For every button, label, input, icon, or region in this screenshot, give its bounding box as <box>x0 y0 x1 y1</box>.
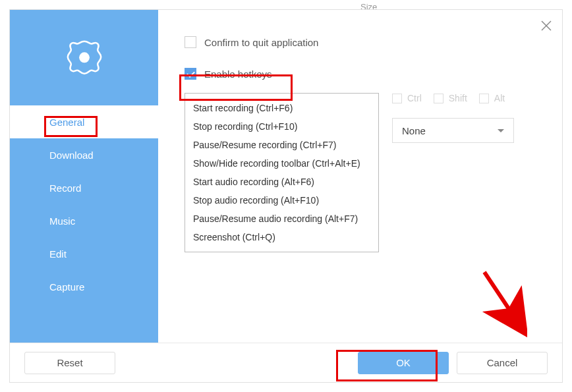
hotkey-item[interactable]: Start audio recording (Alt+F6) <box>185 173 378 191</box>
ctrl-checkbox[interactable] <box>392 94 402 103</box>
modifier-row: Ctrl Shift Alt <box>392 93 549 103</box>
settings-dialog: General Download Record Music Edit Captu… <box>9 9 563 383</box>
enable-hotkeys-row: Enable hotkeys <box>185 68 549 80</box>
reset-button[interactable]: Reset <box>24 352 115 374</box>
hotkey-item[interactable]: Start recording (Ctrl+F6) <box>185 99 378 117</box>
sidebar-item-label: Record <box>49 182 81 194</box>
sidebar-item-label: Download <box>49 150 94 161</box>
ctrl-label: Ctrl <box>407 93 422 103</box>
sidebar-item-download[interactable]: Download <box>10 138 158 171</box>
chevron-down-icon <box>498 129 504 132</box>
sidebar-items: General Download Record Music Edit Captu… <box>10 105 158 343</box>
close-button[interactable] <box>540 19 553 32</box>
key-select-value: None <box>402 125 426 136</box>
hotkey-item[interactable]: Pause/Resume audio recording (Alt+F7) <box>185 210 378 228</box>
sidebar-item-label: Capture <box>49 281 84 293</box>
alt-label: Alt <box>494 93 505 103</box>
hotkey-item[interactable]: Stop recording (Ctrl+F10) <box>185 117 378 136</box>
sidebar-item-edit[interactable]: Edit <box>10 237 158 270</box>
key-select-dropdown[interactable]: None <box>392 118 514 143</box>
svg-line-3 <box>484 272 524 331</box>
gear-icon <box>61 34 108 82</box>
svg-point-2 <box>79 52 90 63</box>
alt-modifier[interactable]: Alt <box>479 93 505 103</box>
sidebar-item-music[interactable]: Music <box>10 204 158 237</box>
content-pane: Confirm to quit application Enable hotke… <box>158 10 562 343</box>
hotkey-section: Start recording (Ctrl+F6) Stop recording… <box>185 93 549 252</box>
enable-hotkeys-checkbox[interactable] <box>185 68 196 80</box>
modifier-column: Ctrl Shift Alt None <box>392 93 549 143</box>
sidebar-item-general[interactable]: General <box>10 105 158 138</box>
confirm-quit-row: Confirm to quit application <box>185 36 549 48</box>
close-icon <box>540 19 553 32</box>
ctrl-modifier[interactable]: Ctrl <box>392 93 422 103</box>
confirm-quit-checkbox[interactable] <box>185 36 196 48</box>
hotkey-item[interactable]: Pause/Resume recording (Ctrl+F7) <box>185 136 378 154</box>
sidebar-item-label: Edit <box>49 248 67 260</box>
dialog-footer: Reset OK Cancel <box>10 343 562 382</box>
sidebar-item-label: General <box>49 117 84 128</box>
annotation-arrow <box>343 259 527 345</box>
ok-button[interactable]: OK <box>358 352 449 374</box>
sidebar-item-label: Music <box>49 215 75 227</box>
shift-checkbox[interactable] <box>434 94 443 103</box>
hotkey-item[interactable]: Screenshot (Ctrl+Q) <box>185 228 378 246</box>
alt-checkbox[interactable] <box>479 94 489 103</box>
shift-modifier[interactable]: Shift <box>434 93 467 103</box>
sidebar-header <box>10 10 158 105</box>
dialog-body: General Download Record Music Edit Captu… <box>10 10 562 343</box>
hotkey-item[interactable]: Stop audio recording (Alt+F10) <box>185 191 378 210</box>
enable-hotkeys-label: Enable hotkeys <box>204 69 272 80</box>
shift-label: Shift <box>449 93 467 103</box>
hotkey-item[interactable]: Show/Hide recording toolbar (Ctrl+Alt+E) <box>185 154 378 173</box>
sidebar: General Download Record Music Edit Captu… <box>10 10 158 343</box>
hotkey-list[interactable]: Start recording (Ctrl+F6) Stop recording… <box>185 93 379 252</box>
cancel-button[interactable]: Cancel <box>457 352 548 374</box>
sidebar-item-capture[interactable]: Capture <box>10 270 158 303</box>
sidebar-item-record[interactable]: Record <box>10 171 158 204</box>
confirm-quit-label: Confirm to quit application <box>204 37 318 48</box>
